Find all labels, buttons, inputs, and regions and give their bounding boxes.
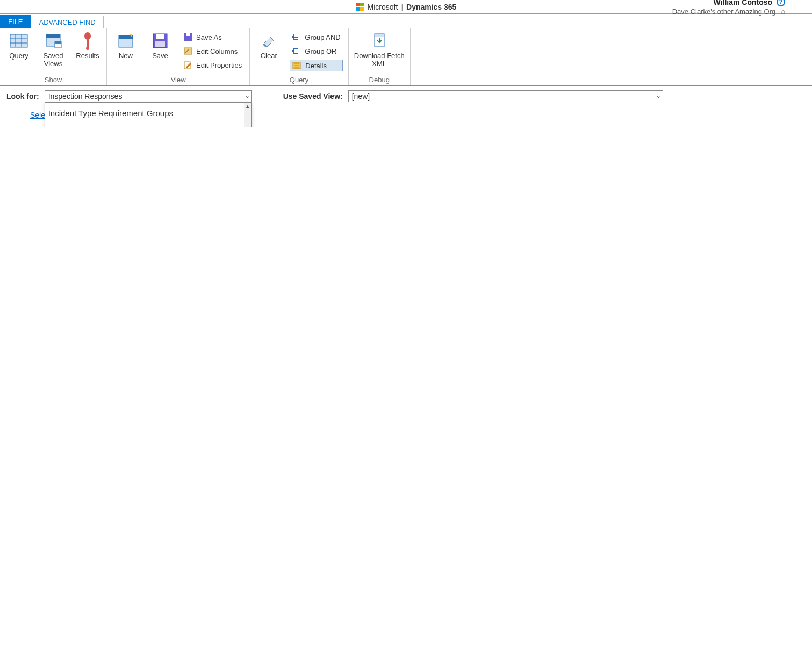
group-or-icon — [292, 46, 301, 56]
brand-microsoft: Microsoft — [368, 3, 398, 11]
brand-separator: | — [401, 3, 403, 11]
ribbon-group-show: Query Saved Views Results Show — [0, 28, 107, 85]
edit-columns-button[interactable]: Edit Columns — [181, 46, 244, 56]
download-fetch-xml-button[interactable]: Download Fetch XML — [354, 32, 405, 68]
select-link[interactable]: Sele — [30, 111, 45, 119]
saved-views-icon — [44, 32, 62, 50]
look-for-option[interactable]: Incident Type Requirement Groups — [45, 103, 244, 123]
svg-rect-16 — [156, 34, 164, 39]
saved-view-combo[interactable]: [new] ⌄ — [348, 90, 663, 102]
help-icon[interactable]: ? — [777, 0, 785, 6]
group-or-button[interactable]: Group OR — [290, 46, 342, 56]
scroll-up-icon[interactable]: ▲ — [244, 103, 251, 110]
ribbon-group-query: Clear Group AND Group OR — [250, 28, 348, 85]
look-for-dropdown: Incident Type Requirement GroupsIncident… — [45, 102, 252, 127]
ribbon-group-query-label: Query — [255, 76, 342, 84]
edit-columns-icon — [183, 46, 193, 56]
svg-rect-17 — [155, 41, 165, 47]
ribbon-group-view-label: View — [112, 76, 244, 84]
clear-button[interactable]: Clear — [255, 32, 282, 60]
edit-properties-button[interactable]: Edit Properties — [181, 60, 244, 70]
save-button[interactable]: Save — [147, 32, 174, 60]
ribbon-group-view: New Save Save As E — [107, 28, 250, 85]
user-name: William Contoso — [714, 0, 773, 7]
group-and-icon — [292, 32, 301, 42]
save-as-icon — [183, 32, 193, 42]
look-for-value[interactable]: Inspection Responses — [45, 90, 252, 102]
tab-file[interactable]: FILE — [0, 15, 31, 28]
svg-rect-10 — [87, 39, 89, 47]
svg-rect-26 — [292, 36, 294, 38]
ribbon-group-debug: Download Fetch XML Debug — [349, 28, 411, 85]
ribbon: Query Saved Views Results Show — [0, 28, 812, 86]
svg-point-11 — [86, 47, 89, 50]
ribbon-group-debug-label: Debug — [354, 76, 405, 84]
title-bar: Microsoft | Dynamics 365 William Contoso… — [0, 0, 812, 14]
grid-icon — [10, 32, 28, 50]
query-button[interactable]: Query — [5, 32, 32, 60]
look-for-option[interactable]: Incident Type Service Tasks — [45, 123, 244, 127]
microsoft-logo-icon — [356, 3, 364, 11]
svg-rect-6 — [46, 34, 60, 38]
svg-rect-33 — [375, 34, 384, 37]
svg-rect-0 — [10, 34, 27, 47]
query-row: Look for: Inspection Responses ⌄ Inciden… — [0, 86, 812, 105]
home-icon[interactable]: ⌂ — [781, 8, 785, 16]
svg-rect-19 — [186, 33, 190, 36]
ribbon-tabs: FILE ADVANCED FIND — [0, 14, 812, 28]
edit-properties-icon — [183, 60, 193, 70]
org-name: Dave Clarke's other Amazing Org — [672, 8, 776, 16]
svg-point-9 — [84, 32, 91, 40]
details-button[interactable]: Details — [290, 60, 342, 71]
look-for-combo[interactable]: Inspection Responses ⌄ Incident Type Req… — [45, 90, 252, 102]
saved-view-value[interactable]: [new] — [348, 90, 663, 102]
save-as-button[interactable]: Save As — [181, 32, 244, 42]
user-info: William Contoso ? Dave Clarke's other Am… — [672, 0, 812, 16]
results-icon — [78, 32, 97, 50]
ribbon-group-show-label: Show — [5, 76, 101, 84]
results-button[interactable]: Results — [74, 32, 101, 60]
brand-product: Dynamics 365 — [406, 3, 456, 11]
look-for-label: Look for: — [6, 92, 39, 101]
svg-rect-8 — [55, 41, 61, 44]
saved-view-label: Use Saved View: — [283, 92, 343, 101]
new-icon — [117, 32, 135, 50]
save-icon — [151, 32, 169, 50]
saved-views-button[interactable]: Saved Views — [40, 32, 67, 68]
download-xml-icon — [370, 32, 389, 50]
svg-rect-27 — [292, 50, 294, 52]
dropdown-scrollbar[interactable]: ▲ ▼ — [244, 103, 251, 127]
tab-advanced-find[interactable]: ADVANCED FIND — [31, 16, 103, 28]
group-and-button[interactable]: Group AND — [290, 32, 342, 42]
details-icon — [292, 61, 302, 70]
eraser-icon — [260, 32, 278, 50]
new-button[interactable]: New — [112, 32, 139, 60]
